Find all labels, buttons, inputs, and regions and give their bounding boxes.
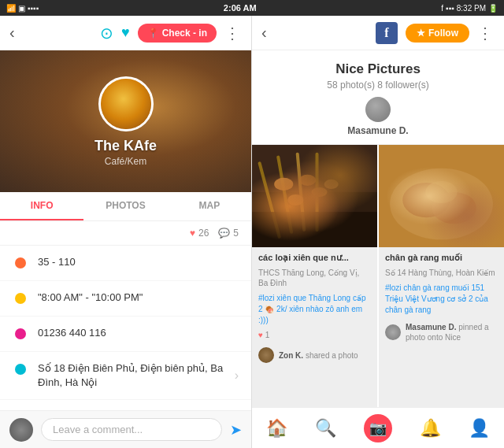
nav-search[interactable]: 🔍 [309,415,343,442]
footer-text-2: Masamune D. pinned a photo onto Nice [406,322,498,342]
bottom-nav: 🏠 🔍 📷 🔔 👤 [252,407,504,448]
svg-rect-5 [316,153,319,232]
commenter-avatar [9,418,33,442]
status-bar: 📶 ▣ ▪▪▪▪ 2:06 AM f ▪▪▪ 8:32 PM 🔋 [0,0,504,16]
target-icon[interactable]: ⊙ [100,24,113,43]
battery-left: ▪▪▪▪ [28,4,39,13]
svg-point-15 [432,192,476,224]
carrier-icon: 📶 [6,4,16,13]
facebook-icon[interactable]: f [376,22,398,44]
battery-right: 🔋 [488,4,498,13]
likes-stat: ♥ 26 [190,228,209,239]
right-header: ‹ f ★ Follow ⋮ [252,16,504,50]
address-text: Số 18 Điện Biên Phủ, Điện biên phủ, Ba Đ… [38,361,225,390]
photo-tags-1: #lozi xiên que Thăng Long cấp 2 🍖 2k/ xi… [252,291,377,329]
nav-home[interactable]: 🏠 [260,415,294,442]
heart-icon[interactable]: ♥ [121,24,130,41]
profile-icon: 👤 [469,418,490,439]
svg-point-14 [402,183,450,217]
footer-avatar-2 [385,324,401,340]
right-back-button[interactable]: ‹ [261,24,267,42]
photo-location-2: Số 14 Hàng Thùng, Hoàn Kiếm [379,268,504,281]
svg-rect-17 [379,145,504,247]
svg-rect-0 [252,145,377,247]
left-menu-button[interactable]: ⋮ [224,24,242,43]
heart-icon-small: ♥ [258,331,263,339]
author-row: Masamune D. [265,97,491,136]
venue-hero: The KAfe Café/Kem [0,50,251,192]
nav-notifications[interactable]: 🔔 [413,415,447,442]
phone-icon [13,326,28,342]
photo-caption-1: các loại xiên que nư... [252,247,377,268]
svg-point-6 [274,178,293,191]
address-icon [13,361,28,377]
address-info-item[interactable]: Số 18 Điện Biên Phủ, Điện biên phủ, Ba Đ… [0,352,251,400]
likes-count: 26 [198,228,209,239]
svg-rect-4 [296,153,306,232]
venue-name: The KAfe [94,138,157,154]
hours-text: "8:00 AM" - "10:00 PM" [38,291,239,305]
price-icon [13,255,28,271]
collection-subtitle: 58 photo(s) 8 follower(s) [265,80,491,91]
price-info-item: 35 - 110 [0,246,251,281]
footer-action-1: shared a photo [306,351,358,360]
svg-rect-12 [379,145,504,247]
status-right-icons: f ▪▪▪ 8:32 PM 🔋 [441,4,498,13]
venue-avatar [98,76,154,131]
svg-rect-3 [276,155,293,234]
photo-card-2[interactable]: chân gà rang muối Số 14 Hàng Thùng, Hoàn… [379,145,504,448]
tab-map[interactable]: MAP [168,192,251,220]
svg-point-13 [390,168,493,240]
svg-rect-11 [252,212,377,247]
photo-tags-2: #lozi chân gà rang muối 151 Triệu Việt V… [379,281,504,319]
follow-button[interactable]: ★ Follow [406,24,469,43]
star-icon: ★ [417,28,425,39]
collection-title: Nice Pictures [265,61,491,77]
left-back-button[interactable]: ‹ [9,24,15,42]
svg-rect-1 [252,192,377,247]
checkin-stat-icon: 💬 [218,228,230,239]
checkin-icon: 📍 [147,28,159,39]
left-header: ‹ ⊙ ♥ 📍 Check - in ⋮ [0,16,251,50]
svg-point-16 [425,181,457,203]
tab-info[interactable]: INFO [0,192,83,220]
right-time: 8:32 PM [457,4,486,13]
svg-point-7 [287,194,303,205]
search-nav-icon: 🔍 [315,418,336,439]
phone-text: 01236 440 116 [38,326,239,340]
svg-point-10 [324,180,339,189]
food-svg-2 [379,145,504,247]
nav-camera[interactable]: 📷 [358,411,398,446]
comment-placeholder: Leave a comment... [53,424,143,435]
svg-rect-2 [258,161,281,239]
footer-user-2: Masamune D. [406,323,456,331]
venue-avatar-image [101,79,151,129]
checkin-label: Check - in [162,28,207,39]
footer-user-1: Zon K. [279,351,303,360]
hero-content: The KAfe Café/Kem [0,50,251,192]
right-title-section: Nice Pictures 58 photo(s) 8 follower(s) … [252,50,504,145]
camera-icon: 📷 [364,414,392,442]
send-icon[interactable]: ➤ [230,421,242,439]
right-menu-button[interactable]: ⋮ [477,24,495,43]
venue-type: Café/Kem [105,156,146,167]
photo-footer-2: Masamune D. pinned a photo onto Nice [379,319,504,349]
left-panel: ‹ ⊙ ♥ 📍 Check - in ⋮ The KAfe Café/Kem [0,0,252,448]
checkin-button[interactable]: 📍 Check - in [138,24,217,43]
photo-image-1 [252,145,377,247]
photo-card-1[interactable]: các loại xiên que nư... THCS Thăng Long,… [252,145,377,448]
hours-info-item: "8:00 AM" - "10:00 PM" [0,281,251,317]
photo-image-2 [379,145,504,247]
stats-row: ♥ 26 💬 5 [0,221,251,246]
social-icons: ▪▪▪ [446,4,454,13]
comment-input[interactable]: Leave a comment... [41,418,222,441]
wifi-icon: ▣ [18,4,25,13]
tabs-row: INFO PHOTOS MAP [0,192,251,221]
heart-stat-icon: ♥ [190,228,195,239]
status-left-icons: 📶 ▣ ▪▪▪▪ [6,4,39,13]
left-header-icons: ⊙ ♥ 📍 Check - in ⋮ [100,24,242,43]
nav-profile[interactable]: 👤 [462,415,496,442]
food-svg-1 [252,145,377,247]
hours-icon [13,291,28,306]
tab-photos[interactable]: PHOTOS [83,192,167,220]
